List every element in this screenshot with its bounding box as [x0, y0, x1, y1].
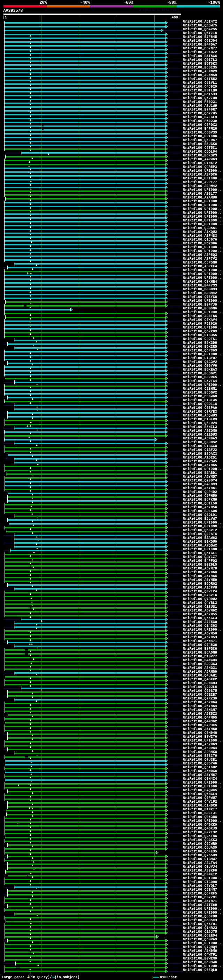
svg-text:~80%: ~80%	[167, 0, 176, 5]
svg-text:~100%: ~100%	[208, 0, 220, 5]
svg-text:AV393578: AV393578	[3, 8, 23, 13]
svg-text:468: 468	[172, 16, 178, 19]
svg-text:~40%: ~40%	[80, 0, 90, 5]
svg-text:AlignView.pm Beta rel.7: AlignView.pm Beta rel.7	[140, 9, 180, 12]
svg-text:~60%: ~60%	[124, 0, 133, 5]
svg-text:Large gaps:: Large gaps:	[2, 975, 25, 979]
svg-text:(in Query)/: (in Query)/	[29, 975, 52, 979]
svg-text:UniRef100_C6ZQL9: UniRef100_C6ZQL9	[183, 968, 217, 972]
svg-text:20%: 20%	[40, 0, 47, 5]
svg-text:(in Subject): (in Subject)	[55, 975, 80, 979]
svg-text:=100char.: =100char.	[160, 975, 179, 979]
svg-text:1: 1	[5, 16, 7, 19]
